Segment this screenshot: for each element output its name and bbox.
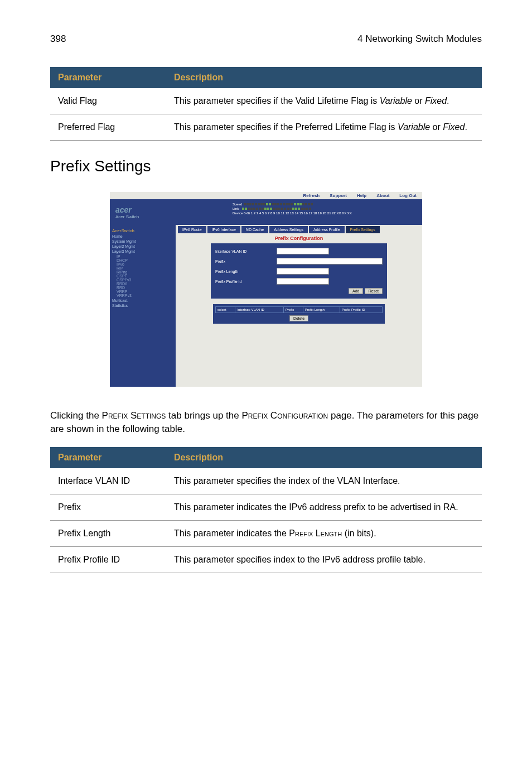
- param-name: Preferred Flag: [50, 114, 166, 141]
- link-support[interactable]: Support: [330, 193, 347, 198]
- sidebar-item-vrrp[interactable]: VRRP: [117, 290, 173, 294]
- input-interface-vlan-id[interactable]: [277, 248, 329, 254]
- param-desc: This parameter indicates the Prefix Leng…: [166, 520, 482, 546]
- table-row: Prefix This parameter indicates the IPv6…: [50, 494, 482, 520]
- sidebar-item-ospf[interactable]: OSPF: [117, 274, 173, 278]
- link-refresh[interactable]: Refresh: [303, 193, 320, 198]
- sidebar-item-home[interactable]: Home: [112, 234, 173, 238]
- param-desc: This parameter indicates the IPv6 addres…: [166, 494, 482, 520]
- table-row: Preferred Flag This parameter specifies …: [50, 114, 482, 141]
- tab-nd-cache[interactable]: ND Cache: [241, 226, 268, 233]
- banner: acer Acer Switch Speed Link Device 0-Gi …: [110, 199, 422, 225]
- tab-bar: IPv6 Route IPv6 Interface ND Cache Addre…: [178, 226, 422, 233]
- sidebar-item-ripng[interactable]: RIPng: [117, 270, 173, 274]
- param-desc: This parameter specifies if the Preferre…: [166, 114, 482, 141]
- tab-ipv6-route[interactable]: IPv6 Route: [178, 226, 206, 233]
- sidebar-item-ipv6[interactable]: IPv6: [117, 262, 173, 266]
- sidebar-item-ospfv3[interactable]: OSPFv3: [117, 278, 173, 282]
- label-prefix: Prefix: [215, 260, 277, 263]
- page-header: 398 4 Networking Switch Modules: [50, 33, 482, 45]
- sidebar-item-rrd6[interactable]: RRD6: [117, 282, 173, 286]
- link-about[interactable]: About: [376, 193, 389, 198]
- sidebar-title: AcerSwitch: [112, 228, 173, 233]
- table-row: Interface VLAN ID This parameter specifi…: [50, 468, 482, 494]
- input-prefix[interactable]: [277, 258, 383, 265]
- param-name: Prefix Profile ID: [50, 546, 166, 573]
- param-name: Valid Flag: [50, 88, 166, 114]
- label-prefix-profile-id: Prefix Profile Id: [215, 280, 277, 284]
- content-title: Prefix Configuration: [176, 236, 422, 241]
- sidebar-item-ip[interactable]: IP: [117, 254, 173, 258]
- logo: acer Acer Switch: [115, 205, 139, 219]
- table-row: Prefix Profile ID This parameter specifi…: [50, 546, 482, 573]
- label-prefix-length: Prefix Length: [215, 270, 277, 273]
- link-logout[interactable]: Log Out: [399, 193, 417, 198]
- col-parameter: Parameter: [50, 447, 166, 468]
- param-name: Prefix Length: [50, 520, 166, 546]
- sidebar-item-rip[interactable]: RIP: [117, 266, 173, 270]
- col-interface-vlan-id: Interface VLAN ID: [235, 307, 283, 313]
- result-table-panel: select Interface VLAN ID Prefix Prefix L…: [213, 304, 385, 324]
- param-name: Prefix: [50, 494, 166, 520]
- col-parameter: Parameter: [50, 67, 166, 88]
- sidebar-item-vrrpv3[interactable]: VRRPv3: [117, 294, 173, 297]
- link-help[interactable]: Help: [357, 193, 366, 198]
- top-links: Refresh Support Help About Log Out: [110, 192, 422, 199]
- input-prefix-length[interactable]: [277, 268, 329, 275]
- sidebar-item-dhcp[interactable]: DHCP: [117, 258, 173, 262]
- tab-prefix-settings[interactable]: Prefix Settings: [346, 226, 380, 233]
- col-prefix-length: Prefix Length: [303, 307, 340, 313]
- param-name: Interface VLAN ID: [50, 468, 166, 494]
- parameter-table-1: Parameter Description Valid Flag This pa…: [50, 67, 482, 141]
- col-select: select: [216, 307, 235, 313]
- table-row: Prefix Length This parameter indicates t…: [50, 520, 482, 546]
- sidebar-item-multicast[interactable]: Multicast: [112, 299, 173, 302]
- label-interface-vlan-id: Interface VLAN ID: [215, 249, 277, 253]
- col-prefix-profile-id: Prefix Profile ID: [340, 307, 382, 313]
- port-status-panel: Speed Link Device 0-Gi 1 2 3 4 5 6 7 8 9…: [233, 203, 352, 215]
- reset-button[interactable]: Reset: [365, 288, 383, 294]
- sidebar-item-system[interactable]: System Mgmt: [112, 239, 173, 243]
- prefix-form: Interface VLAN ID Prefix Prefix Length: [211, 243, 387, 299]
- brand-text: acer: [115, 205, 132, 214]
- table-row: Valid Flag This parameter specifies if t…: [50, 88, 482, 114]
- body-paragraph: Clicking the Prefix Settings tab brings …: [50, 409, 482, 436]
- parameter-table-2: Parameter Description Interface VLAN ID …: [50, 447, 482, 573]
- sidebar-item-statistics[interactable]: Statistics: [112, 304, 173, 307]
- delete-button[interactable]: Delete: [289, 315, 308, 321]
- brand-sub: Acer Switch: [115, 214, 139, 219]
- embedded-screenshot: Refresh Support Help About Log Out acer …: [50, 192, 482, 387]
- input-prefix-profile-id[interactable]: [277, 278, 329, 285]
- chapter-title: 4 Networking Switch Modules: [357, 33, 482, 45]
- param-desc: This parameter specifies the index of th…: [166, 468, 482, 494]
- col-prefix: Prefix: [283, 307, 303, 313]
- sidebar-item-rrd[interactable]: RRD: [117, 286, 173, 290]
- add-button[interactable]: Add: [349, 288, 363, 294]
- sidebar-item-layer2[interactable]: Layer2 Mgmt: [112, 244, 173, 248]
- col-description: Description: [166, 67, 482, 88]
- param-desc: This parameter specifies index to the IP…: [166, 546, 482, 573]
- section-heading: Prefix Settings: [50, 157, 482, 175]
- sidebar-item-layer3[interactable]: Layer3 Mgmt: [112, 249, 173, 253]
- tab-address-profile[interactable]: Address Profile: [309, 226, 344, 233]
- page-number: 398: [50, 33, 66, 45]
- tab-address-settings[interactable]: Address Settings: [269, 226, 308, 233]
- param-desc: This parameter specifies if the Valid Li…: [166, 88, 482, 114]
- tab-ipv6-interface[interactable]: IPv6 Interface: [207, 226, 240, 233]
- sidebar: AcerSwitch Home System Mgmt Layer2 Mgmt …: [110, 225, 176, 387]
- col-description: Description: [166, 447, 482, 468]
